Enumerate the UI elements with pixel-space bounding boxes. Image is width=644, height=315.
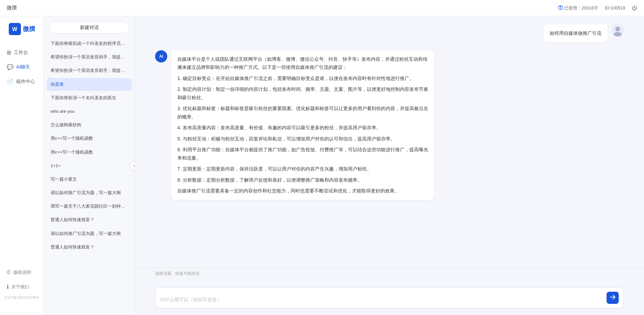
chat-area: 如何用自媒体做推广引流 AI 自媒体平台是个人或团队通过互联网平台（如博客、微博… — [135, 16, 644, 315]
ai-message-paragraph: 自媒体推广引流需要具备一定的内容创作和社交能力，同时也需要不断尝试和优化，才能取… — [177, 187, 428, 195]
conversation-item[interactable]: 下面你将扮演一个名叫圣友的医生 — [47, 91, 132, 104]
ai-message-paragraph: 8. 分析数据：定期分析数据，了解用户反馈和喜好，以便调整推广策略和内容发布频率… — [177, 176, 428, 184]
quick-topics-label: 选择话题，快速与我对话： — [155, 271, 624, 277]
message-row: 如何用自媒体做推广引流 — [155, 24, 624, 42]
drafts-icon: 📄 — [7, 78, 13, 85]
avatar — [612, 24, 624, 36]
conv-sidebar: 新建对话 下面你将模拟成一个叫圣友的程序员，我说...希望你扮演一个英语发音助手… — [44, 16, 135, 315]
message-row: AI 自媒体平台是个人或团队通过互联网平台（如博客、微博、微信公众号、抖音、快手… — [155, 50, 624, 200]
topbar: 微撰 Ⓣ 已使用：28318字 ID:100519 ⏻ — [0, 0, 644, 16]
copyright-label: 版权说明 — [13, 269, 31, 275]
sidebar-item-drafts[interactable]: 📄 稿件中心 — [0, 74, 43, 89]
svg-text:W: W — [12, 26, 18, 32]
conversation-item[interactable]: 1+1= — [47, 159, 132, 172]
svg-point-1 — [615, 27, 620, 31]
sidebar-item-workbench[interactable]: ⊞ 工作台 — [0, 45, 43, 60]
user-bubble: 如何用自媒体做推广引流 — [544, 24, 608, 42]
logo-area: W 微撰 — [5, 23, 38, 35]
ai-message-paragraph: 1. 确定目标受众：在开始自媒体推广引流之前，需要明确目标受众是谁，以便在发布内… — [177, 74, 428, 83]
chat-input[interactable] — [160, 296, 603, 304]
conversation-item[interactable]: 普通人如何快速致富？ — [47, 241, 132, 254]
input-area — [135, 283, 644, 315]
usage-label: 已使用：28318字 — [564, 5, 598, 11]
conversation-item[interactable]: 用c++写一个随机函数 — [47, 132, 132, 145]
ai-message-paragraph: 4. 发布高质量内容：发布高质量、有价值、有趣的内容可以吸引更多的粉丝，并提高用… — [177, 124, 428, 132]
new-conversation-button[interactable]: 新建对话 — [49, 22, 129, 34]
chevron-left-icon: ◀ — [133, 163, 135, 168]
conversation-item[interactable]: 怎么做狗屎炒肉 — [47, 119, 132, 131]
conversation-item[interactable]: 希望你扮演一个英语发音助手，我提供给你... — [47, 64, 132, 77]
sidebar-item-about[interactable]: ℹ 关于我们 — [0, 280, 43, 294]
logo-icon: W — [9, 23, 21, 35]
conversation-item[interactable]: 你是谁 — [47, 78, 132, 91]
conversation-list: 下面你将模拟成一个叫圣友的程序员，我说...希望你扮演一个英语发音助手，我提供给… — [44, 37, 135, 315]
workbench-label: 工作台 — [14, 50, 28, 56]
user-message-text: 如何用自媒体做推广引流 — [550, 30, 602, 36]
input-box — [155, 287, 624, 308]
sidebar-item-copyright[interactable]: © 版权说明 — [0, 265, 43, 280]
sidebar-item-ai-chat[interactable]: 💬 AI聊天 — [0, 60, 43, 74]
send-button[interactable] — [607, 292, 619, 304]
power-icon[interactable]: ⏻ — [632, 5, 637, 11]
conversation-item[interactable]: 撰写一篇关于八大家花园社区一刻钟便民生... — [47, 200, 132, 213]
topbar-title: 微撰 — [7, 5, 558, 11]
workbench-icon: ⊞ — [7, 49, 11, 56]
copyright-icon: © — [7, 269, 11, 275]
nav-bottom: © 版权说明 ℹ 关于我们 京ICP备2022019348号 — [0, 265, 43, 308]
conversation-item[interactable]: 下面你将模拟成一个叫圣友的程序员，我说... — [47, 37, 132, 50]
chat-messages: 如何用自媒体做推广引流 AI 自媒体平台是个人或团队通过互联网平台（如博客、微博… — [135, 16, 644, 268]
conversation-item[interactable]: who are you — [47, 105, 132, 118]
ai-message-paragraph: 2. 制定内容计划：制定一份详细的内容计划，包括发布时间、频率、主题、文案、图片… — [177, 85, 428, 102]
about-icon: ℹ — [7, 284, 9, 290]
ai-bubble: 自媒体平台是个人或团队通过互联网平台（如博客、微博、微信公众号、抖音、快手等）发… — [171, 50, 434, 200]
svg-point-2 — [614, 32, 622, 36]
ai-message-paragraph: 6. 利用平台推广功能：自媒体平台都提供了推广功能，如广告投放、付费推广等，可以… — [177, 146, 428, 162]
ai-message-paragraph: 自媒体平台是个人或团队通过互联网平台（如博客、微博、微信公众号、抖音、快手等）发… — [177, 55, 428, 72]
usage-info: Ⓣ 已使用：28318字 — [558, 5, 598, 11]
left-nav: W 微撰 ⊞ 工作台 💬 AI聊天 📄 稿件中心 © 版权说明 — [0, 16, 44, 315]
ai-message-paragraph: 3. 优化标题和标签：标题和标签是吸引粉丝的重要因素。优化标题和标签可以让更多的… — [177, 104, 428, 121]
ai-chat-label: AI聊天 — [16, 64, 30, 70]
conversation-item[interactable]: 写一篇小黄文 — [47, 173, 132, 186]
conversation-item[interactable]: 用c++写一个随机函数 — [47, 146, 132, 159]
about-label: 关于我们 — [11, 284, 29, 290]
info-icon: Ⓣ — [558, 5, 563, 11]
conversation-item[interactable]: 请以如何推广引流为题，写一篇大纲 — [47, 186, 132, 199]
ai-avatar: AI — [155, 50, 167, 62]
id-label: ID:100519 — [605, 5, 625, 10]
ai-chat-icon: 💬 — [7, 64, 13, 70]
quick-topics-area: 选择话题，快速与我对话： — [135, 268, 644, 283]
topbar-right: Ⓣ 已使用：28318字 ID:100519 ⏻ — [558, 5, 637, 11]
send-icon — [610, 294, 616, 301]
drafts-label: 稿件中心 — [16, 79, 35, 85]
conversation-item[interactable]: 请以如何推广引流为题，写一篇大纲 — [47, 227, 132, 240]
logo-text: 微撰 — [23, 25, 35, 33]
nav-items: ⊞ 工作台 💬 AI聊天 📄 稿件中心 — [0, 45, 43, 265]
conversation-item[interactable]: 普通人如何快速致富？ — [47, 213, 132, 226]
conversation-item[interactable]: 希望你扮演一个英语发音助手，我提供给你... — [47, 51, 132, 63]
main-layout: W 微撰 ⊞ 工作台 💬 AI聊天 📄 稿件中心 © 版权说明 — [0, 16, 644, 315]
ai-message-paragraph: 5. 与粉丝互动：积极与粉丝互动，回复评论和私信，可以增加用户对你的认可和信任，… — [177, 135, 428, 143]
icp-text: 京ICP备2022019348号 — [0, 294, 43, 301]
ai-message-paragraph: 7. 定期更新：定期更新内容，保持活跃度，可以让用户对你的内容产生兴趣，增加用户… — [177, 165, 428, 173]
